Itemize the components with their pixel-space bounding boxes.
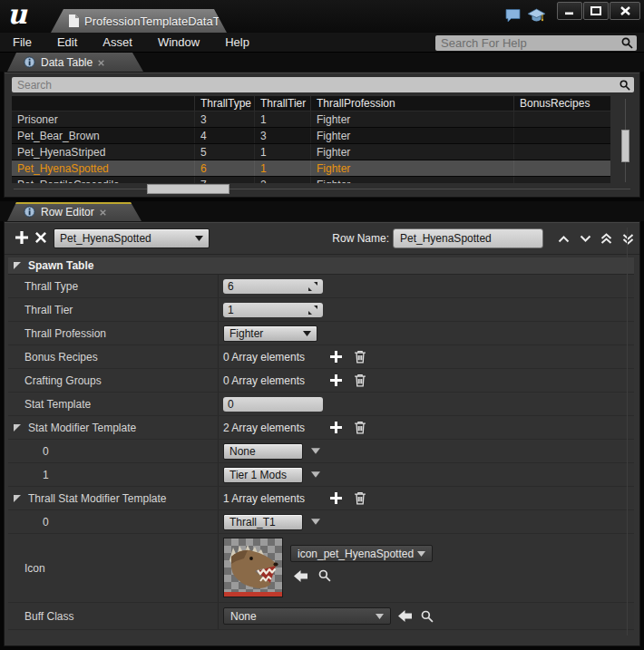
add-row-button[interactable]: [15, 231, 28, 244]
thrall-stat-modifier-0-dropdown[interactable]: Thrall_T1: [223, 514, 303, 530]
horizontal-scrollbar-thumb[interactable]: [147, 184, 229, 194]
row-tier-cell: 1: [255, 112, 311, 127]
thrall-profession-dropdown[interactable]: Fighter: [223, 325, 317, 342]
document-tab-close-icon[interactable]: [226, 16, 233, 25]
property-label-expandable[interactable]: Stat Modifier Template: [8, 416, 219, 439]
add-element-icon[interactable]: [330, 492, 342, 504]
browse-to-asset-magnifier-icon[interactable]: [318, 569, 331, 582]
drag-spinner-icon[interactable]: [307, 281, 318, 292]
row-editor-scrollbar-track[interactable]: [627, 228, 628, 635]
menu-asset[interactable]: Asset: [90, 33, 145, 53]
row-select-dropdown[interactable]: Pet_HyenaSpotted: [54, 228, 210, 248]
expander-triangle-icon[interactable]: [13, 492, 22, 505]
icon-thumbnail-hyena[interactable]: [223, 538, 283, 597]
thrall-tier-input[interactable]: 1: [223, 303, 323, 317]
column-header-thrallprofession[interactable]: ThrallProfession: [311, 96, 514, 111]
column-header-thralltype[interactable]: ThrallType: [195, 96, 255, 111]
tab-row-editor[interactable]: Row Editor: [7, 202, 141, 221]
buff-class-dropdown[interactable]: None: [223, 607, 391, 625]
trash-icon[interactable]: [354, 421, 366, 434]
chevron-down-icon[interactable]: [311, 519, 320, 525]
thrall-type-input[interactable]: 6: [223, 279, 323, 294]
row-bonus-cell: [514, 160, 610, 176]
data-table-search-input[interactable]: [12, 79, 620, 92]
stat-modifier-1-dropdown[interactable]: Tier 1 Mods: [223, 467, 303, 483]
tutorials-cap-icon[interactable]: [527, 7, 546, 24]
add-element-icon[interactable]: [330, 374, 342, 386]
column-header-name[interactable]: [12, 96, 195, 111]
property-row-thrall-stat-modifier-template: Thrall Stat Modifier Template 1 Array el…: [8, 487, 634, 510]
tab-data-table-close-icon[interactable]: [98, 58, 104, 67]
help-search-input[interactable]: [435, 36, 621, 50]
row-name-label: Row Name:: [277, 228, 389, 248]
row-editor-tab-bar: Row Editor: [0, 201, 644, 221]
property-label: Thrall Tier: [8, 298, 219, 321]
table-row[interactable]: Pet_HyenaStriped 5 1 Fighter: [12, 144, 610, 160]
remove-row-button[interactable]: [35, 232, 46, 243]
column-header-thralltier[interactable]: ThrallTier: [255, 96, 311, 111]
table-row-selected[interactable]: Pet_HyenaSpotted 6 1 Fighter: [12, 160, 610, 177]
property-row-thrall-type: Thrall Type 6: [8, 275, 634, 298]
property-grid: Thrall Type 6 Thrall Tier 1: [8, 275, 634, 630]
stat-modifier-0-dropdown[interactable]: None: [223, 443, 303, 460]
trash-icon[interactable]: [354, 374, 366, 387]
row-editor-toolbar: Pet_HyenaSpotted Row Name:: [5, 222, 639, 255]
row-tier-cell: 2: [255, 177, 311, 183]
horizontal-scrollbar-track[interactable]: [14, 189, 630, 189]
last-row-double-chevron-down-icon[interactable]: [620, 232, 635, 245]
tab-row-editor-close-icon[interactable]: [100, 208, 106, 217]
add-element-icon[interactable]: [330, 422, 342, 433]
row-profession-cell: Fighter: [311, 112, 514, 127]
document-tab[interactable]: ProfessionTemplateDataT: [51, 9, 227, 33]
stat-template-input[interactable]: 0: [223, 397, 323, 412]
row-type-cell: 6: [195, 160, 255, 176]
trash-icon[interactable]: [354, 491, 366, 505]
prev-row-chevron-up-icon[interactable]: [556, 232, 571, 245]
add-element-icon[interactable]: [330, 351, 342, 363]
chevron-down-icon[interactable]: [311, 448, 320, 454]
trash-icon[interactable]: [354, 350, 366, 364]
next-row-chevron-down-icon[interactable]: [578, 232, 592, 245]
use-selected-asset-arrow-icon[interactable]: [398, 610, 412, 622]
menu-help[interactable]: Help: [212, 33, 262, 53]
category-spawn-table[interactable]: Spawn Table: [8, 257, 634, 275]
table-row[interactable]: Prisoner 3 1 Fighter: [12, 112, 610, 128]
property-row-thrall-profession: Thrall Profession Fighter: [8, 322, 634, 345]
table-row[interactable]: Pet_ReptileCrocodile 7 2 Fighter: [12, 177, 610, 183]
row-select-value: Pet_HyenaSpotted: [60, 232, 191, 245]
feedback-bubble-icon[interactable]: [505, 7, 521, 24]
row-profession-cell: Fighter: [311, 177, 514, 183]
table-row[interactable]: Pet_Bear_Brown 4 3 Fighter: [12, 128, 610, 144]
row-name-cell: Prisoner: [12, 112, 195, 127]
property-label: Icon: [8, 534, 219, 602]
vertical-scrollbar-thumb[interactable]: [621, 130, 629, 162]
tab-data-table[interactable]: Data Table: [7, 53, 143, 72]
browse-to-asset-magnifier-icon[interactable]: [421, 610, 434, 623]
row-editor-panel: Pet_HyenaSpotted Row Name:: [4, 221, 640, 646]
first-row-double-chevron-up-icon[interactable]: [599, 232, 613, 245]
drag-spinner-icon[interactable]: [307, 305, 318, 315]
menu-file[interactable]: File: [0, 33, 44, 53]
property-label-expandable[interactable]: Thrall Stat Modifier Template: [8, 487, 219, 509]
property-row-crafting-groups: Crafting Groups 0 Array elements: [8, 369, 634, 393]
help-search-box[interactable]: [435, 35, 637, 51]
maximize-button[interactable]: [583, 2, 609, 20]
icon-asset-dropdown[interactable]: icon_pet_HyenaSpotted: [290, 545, 433, 562]
array-index-label: 0: [8, 510, 219, 533]
row-name-field[interactable]: [393, 228, 543, 248]
menu-window[interactable]: Window: [145, 33, 212, 53]
minimize-button[interactable]: [557, 2, 582, 20]
active-tab-accent: [7, 202, 141, 204]
use-selected-asset-arrow-icon[interactable]: [294, 570, 307, 582]
menu-edit[interactable]: Edit: [44, 33, 90, 53]
row-profession-cell: Fighter: [311, 128, 514, 143]
row-name-cell: Pet_ReptileCrocodile: [12, 177, 195, 183]
tab-data-table-label: Data Table: [41, 56, 93, 69]
data-table-search-box[interactable]: [12, 77, 634, 92]
expander-triangle-icon[interactable]: [13, 422, 22, 434]
tab-row-editor-label: Row Editor: [41, 206, 94, 218]
chevron-down-icon[interactable]: [311, 471, 320, 478]
row-name-input[interactable]: [394, 229, 542, 247]
close-button[interactable]: [610, 2, 640, 20]
column-header-bonusrecipes[interactable]: BonusRecipes: [514, 96, 610, 111]
